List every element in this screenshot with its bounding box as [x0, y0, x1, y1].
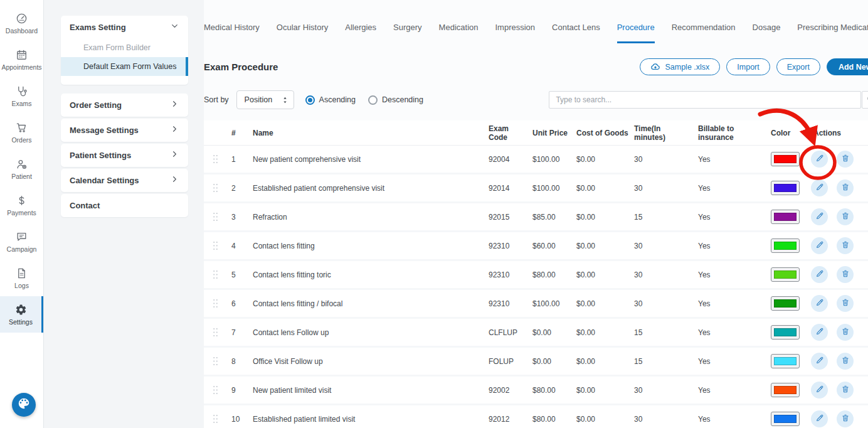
settings-section-patient-settings[interactable]: Patient Settings: [61, 144, 188, 167]
trash-icon: [841, 327, 850, 338]
stethoscope-icon: [16, 85, 28, 97]
chevron-right-icon: [170, 99, 179, 111]
delete-button[interactable]: [837, 179, 854, 196]
drag-handle[interactable]: [212, 211, 219, 222]
sidebar-item-orders[interactable]: Orders: [0, 114, 43, 151]
procedure-name: Established patient comprehensive visit: [248, 184, 484, 193]
delete-button[interactable]: [837, 208, 854, 225]
drag-handle[interactable]: [212, 385, 219, 395]
drag-handle[interactable]: [212, 327, 219, 338]
radio-descending[interactable]: Descending: [368, 95, 423, 105]
edit-button[interactable]: [811, 410, 828, 427]
drag-handle[interactable]: [212, 240, 219, 251]
tab-surgery[interactable]: Surgery: [393, 23, 422, 43]
sort-direction-radios: Ascending Descending: [305, 95, 423, 105]
delete-button[interactable]: [837, 266, 854, 283]
edit-button[interactable]: [811, 208, 828, 225]
procedure-name: Contact lens fitting: [248, 242, 484, 250]
edit-button[interactable]: [811, 266, 828, 283]
drag-handle[interactable]: [212, 298, 219, 309]
tab-prescribing-medications[interactable]: Prescribing Medications: [797, 23, 868, 43]
drag-handle[interactable]: [212, 154, 219, 164]
trash-icon: [841, 183, 850, 193]
main-content: Medical HistoryOcular HistoryAllergiesSu…: [204, 0, 868, 428]
tab-recommendation[interactable]: Recommendation: [672, 23, 736, 43]
settings-section-calendar-settings[interactable]: Calendar Settings: [61, 169, 188, 192]
table-row: 5Contact lens fitting toric92310$80.00$0…: [204, 261, 868, 290]
delete-button[interactable]: [837, 324, 854, 341]
row-number: 4: [226, 242, 248, 250]
export-button[interactable]: Export: [776, 58, 820, 75]
list-controls: Sort by Position Ascending Descending: [204, 90, 868, 109]
sidebar-item-campaign[interactable]: Campaign: [0, 223, 43, 260]
settings-group-header[interactable]: Exams Setting: [61, 16, 188, 38]
pencil-icon: [815, 240, 824, 251]
time-minutes: 30: [629, 386, 693, 395]
tab-dosage[interactable]: Dosage: [753, 23, 781, 43]
settings-section-message-settings[interactable]: Message Settings: [61, 119, 188, 142]
add-new-button[interactable]: Add New: [827, 58, 868, 75]
import-button[interactable]: Import: [726, 58, 770, 75]
edit-button[interactable]: [811, 324, 828, 341]
drag-handle[interactable]: [212, 356, 219, 366]
sidebar-item-settings[interactable]: Settings: [0, 296, 43, 333]
sidebar-item-dashboard[interactable]: Dashboard: [0, 5, 43, 41]
col-header-actions: Actions: [808, 129, 868, 137]
radio-ascending[interactable]: Ascending: [305, 95, 356, 105]
tab-impression[interactable]: Impression: [495, 23, 535, 43]
search-input[interactable]: [549, 91, 861, 109]
tab-procedure[interactable]: Procedure: [617, 23, 655, 43]
unit-price: $80.00: [527, 415, 571, 424]
tab-allergies[interactable]: Allergies: [345, 23, 376, 43]
sidebar-item-patient[interactable]: Patient: [0, 151, 43, 187]
billable-to-insurance: Yes: [693, 415, 766, 424]
edit-button[interactable]: [811, 295, 828, 312]
chevron-right-icon: [170, 124, 179, 136]
delete-button[interactable]: [837, 353, 854, 370]
delete-button[interactable]: [837, 295, 854, 312]
exam-code: 92004: [484, 155, 527, 164]
procedure-name: Office Visit Follow up: [248, 357, 484, 366]
sidebar-item-logs[interactable]: Logs: [0, 260, 43, 296]
col-header-name: Name: [248, 129, 484, 137]
edit-button[interactable]: [811, 179, 828, 196]
settings-item-default-exam-form-values[interactable]: Default Exam Form Values: [61, 57, 188, 76]
edit-button[interactable]: [811, 382, 828, 399]
tab-medical-history[interactable]: Medical History: [204, 23, 260, 43]
sidebar-item-exams[interactable]: Exams: [0, 78, 43, 114]
table-header-row: #NameExam CodeUnit PriceCost of GoodsTim…: [204, 120, 868, 146]
sample-xlsx-button[interactable]: Sample .xlsx: [640, 58, 720, 75]
drag-handle[interactable]: [212, 183, 219, 193]
time-minutes: 15: [629, 357, 693, 366]
billable-to-insurance: Yes: [693, 328, 766, 337]
page-header: Exam Procedure Sample .xlsx Import Expor…: [204, 58, 868, 75]
settings-item-exam-form-builder[interactable]: Exam Form Builder: [61, 38, 188, 57]
settings-section-order-setting[interactable]: Order Setting: [61, 94, 188, 117]
drag-handle[interactable]: [212, 269, 219, 280]
delete-button[interactable]: [837, 382, 854, 399]
billable-to-insurance: Yes: [693, 213, 766, 222]
edit-button[interactable]: [811, 151, 828, 168]
search-button[interactable]: [862, 91, 868, 109]
edit-button[interactable]: [811, 237, 828, 254]
procedure-name: New patient limited visit: [248, 386, 484, 395]
tab-ocular-history[interactable]: Ocular History: [277, 23, 328, 43]
delete-button[interactable]: [837, 410, 854, 427]
edit-button[interactable]: [811, 353, 828, 370]
pencil-icon: [815, 269, 824, 280]
color-swatch: [771, 412, 800, 426]
drag-handle[interactable]: [212, 414, 219, 424]
sidebar-item-payments[interactable]: Payments: [0, 187, 43, 223]
unit-price: $100.00: [527, 155, 571, 164]
delete-button[interactable]: [837, 237, 854, 254]
tab-contact-lens[interactable]: Contact Lens: [552, 23, 600, 43]
theme-palette-button[interactable]: [12, 393, 36, 417]
settings-section-contact[interactable]: Contact: [61, 194, 188, 217]
sort-by-select[interactable]: Position: [236, 90, 294, 109]
settings-section-label: Order Setting: [70, 100, 122, 110]
tab-medication[interactable]: Medication: [439, 23, 479, 43]
table-row: 8Office Visit Follow upFOLUP$0.00$0.0015…: [204, 348, 868, 377]
sidebar-item-appointments[interactable]: Appointments: [0, 41, 43, 78]
delete-button[interactable]: [837, 151, 854, 168]
pencil-icon: [815, 414, 824, 424]
